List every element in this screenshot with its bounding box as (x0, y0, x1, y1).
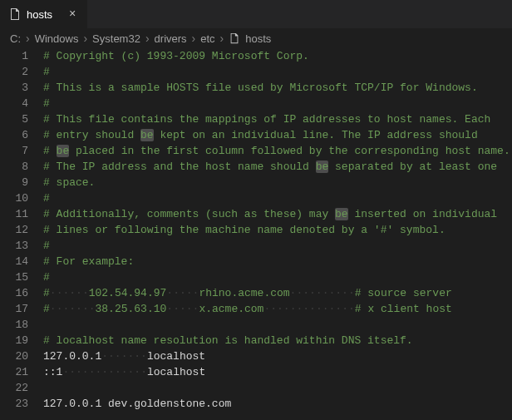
code-line[interactable] (43, 317, 512, 333)
code-line[interactable]: # lines or following the machine name de… (43, 222, 512, 238)
breadcrumb-part[interactable]: Windows (35, 32, 79, 45)
line-number: 19 (0, 333, 28, 348)
tab-label: hosts (27, 8, 52, 21)
line-number: 14 (0, 254, 28, 269)
line-number: 9 (0, 175, 28, 190)
breadcrumb-part[interactable]: C: (10, 32, 21, 45)
code-line[interactable]: # For example: (43, 254, 512, 269)
line-number: 15 (0, 269, 28, 285)
breadcrumb-part[interactable]: System32 (92, 32, 140, 45)
code-line[interactable] (43, 380, 512, 396)
line-number: 6 (0, 127, 28, 143)
code-line[interactable]: # space. (43, 175, 512, 190)
code-line[interactable]: # (43, 96, 512, 111)
breadcrumb-part[interactable]: etc (200, 32, 214, 45)
line-number: 4 (0, 96, 28, 111)
code-line[interactable]: # Additionally, comments (such as these)… (43, 206, 512, 222)
code-line[interactable]: # This file contains the mappings of IP … (43, 111, 512, 127)
line-number: 13 (0, 238, 28, 254)
line-number-gutter: 1234567891011121314151617181920212223 (0, 48, 43, 420)
editor[interactable]: 1234567891011121314151617181920212223 # … (0, 48, 512, 420)
line-number: 20 (0, 348, 28, 364)
line-number: 7 (0, 143, 28, 159)
code-line[interactable]: # Copyright (c) 1993-2009 Microsoft Corp… (43, 48, 512, 64)
line-number: 1 (0, 48, 28, 64)
line-number: 23 (0, 396, 28, 412)
chevron-right-icon: › (83, 32, 87, 45)
code-line[interactable]: # be placed in the first column followed… (43, 143, 512, 159)
line-number: 10 (0, 190, 28, 206)
code-line[interactable]: 127.0.0.1·······localhost (43, 348, 512, 364)
file-icon (229, 32, 240, 44)
line-number: 16 (0, 285, 28, 301)
code-line[interactable]: # This is a sample HOSTS file used by Mi… (43, 80, 512, 96)
chevron-right-icon: › (145, 32, 150, 45)
line-number: 17 (0, 301, 28, 317)
breadcrumb-part[interactable]: drivers (155, 32, 187, 45)
code-line[interactable]: # (43, 238, 512, 254)
code-line[interactable]: ::1·············localhost (43, 364, 512, 380)
close-icon[interactable]: × (66, 7, 79, 21)
tab-hosts[interactable]: hosts × (0, 0, 88, 28)
code-line[interactable]: #······102.54.94.97·····rhino.acme.com··… (43, 285, 512, 301)
code-line[interactable]: #·······38.25.63.10·····x.acme.com······… (43, 301, 512, 317)
code-content[interactable]: # Copyright (c) 1993-2009 Microsoft Corp… (43, 48, 512, 420)
chevron-right-icon: › (220, 32, 224, 45)
line-number: 3 (0, 80, 28, 96)
file-icon (8, 7, 22, 21)
chevron-right-icon: › (26, 32, 30, 45)
code-line[interactable]: # The IP address and the host name shoul… (43, 159, 512, 175)
code-line[interactable]: # localhost name resolution is handled w… (43, 333, 512, 348)
line-number: 8 (0, 159, 28, 175)
line-number: 18 (0, 317, 28, 333)
tab-bar: hosts × (0, 0, 512, 28)
breadcrumb-part[interactable]: hosts (245, 32, 271, 45)
code-line[interactable]: # (43, 190, 512, 206)
line-number: 2 (0, 64, 28, 80)
code-line[interactable]: # entry should be kept on an individual … (43, 127, 512, 143)
code-line[interactable]: 127.0.0.1 dev.goldenstone.com (43, 396, 512, 412)
breadcrumb: C: › Windows › System32 › drivers › etc … (0, 28, 512, 48)
code-line[interactable]: # (43, 269, 512, 285)
line-number: 12 (0, 222, 28, 238)
code-line[interactable]: # (43, 64, 512, 80)
line-number: 11 (0, 206, 28, 222)
line-number: 21 (0, 364, 28, 380)
chevron-right-icon: › (192, 32, 196, 45)
line-number: 22 (0, 380, 28, 396)
line-number: 5 (0, 111, 28, 127)
